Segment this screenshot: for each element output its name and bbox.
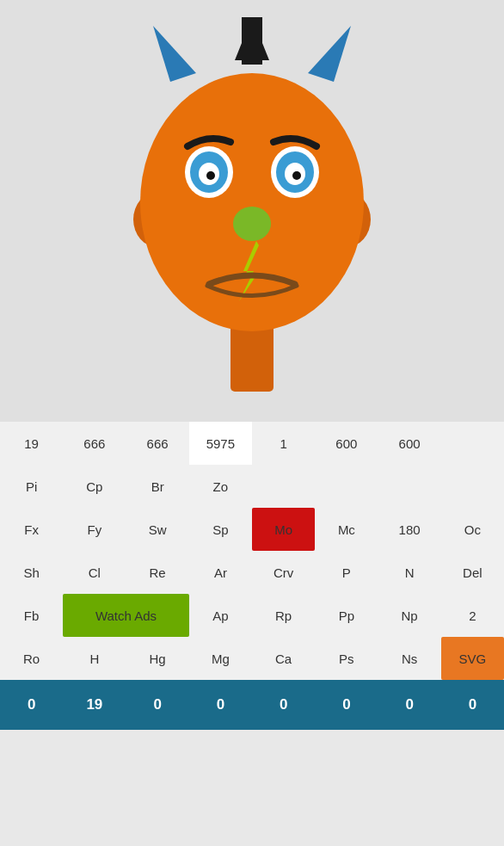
cell-600a: 600	[315, 422, 378, 465]
cell-sw: Sw	[126, 508, 189, 551]
bottom-cell-3: 0	[189, 680, 252, 730]
cell-svg[interactable]: SVG	[441, 637, 504, 680]
cell-fb: Fb	[0, 594, 63, 637]
grid-area: 19 666 666 5975 1 600 600 Pi Cp Br Zo Fx…	[0, 422, 504, 730]
cell-666b: 666	[126, 422, 189, 465]
cell-ro: Ro	[0, 637, 63, 680]
cell-cp: Cp	[63, 465, 126, 508]
cell-rp: Rp	[252, 594, 315, 637]
cell-fx: Fx	[0, 508, 63, 551]
table-row: Fb Watch Ads Ap Rp Pp Np 2	[0, 594, 504, 637]
cell-empty3	[378, 465, 441, 508]
cell-666a: 666	[63, 422, 126, 465]
svg-point-15	[292, 171, 301, 180]
cell-empty1	[252, 465, 315, 508]
cell-pp: Pp	[315, 594, 378, 637]
cell-p: P	[315, 551, 378, 594]
svg-rect-0	[230, 323, 274, 392]
bottom-cell-19: 19	[63, 680, 126, 730]
cell-h: H	[63, 637, 126, 680]
table-row: Pi Cp Br Zo	[0, 465, 504, 508]
cell-mg: Mg	[189, 637, 252, 680]
cell-br: Br	[126, 465, 189, 508]
svg-marker-5	[308, 26, 351, 82]
cell-del: Del	[441, 551, 504, 594]
svg-marker-4	[153, 26, 196, 82]
bottom-cell-7: 0	[441, 680, 504, 730]
bottom-bar-row: 0 19 0 0 0 0 0 0	[0, 680, 504, 730]
table-row: Ro H Hg Mg Ca Ps Ns SVG	[0, 637, 504, 680]
cell-sh: Sh	[0, 551, 63, 594]
character-svg	[106, 13, 398, 409]
watch-ads-button[interactable]: Watch Ads	[63, 594, 189, 637]
cell-19: 19	[0, 422, 63, 465]
svg-point-3	[140, 73, 364, 331]
cell-cl: Cl	[63, 551, 126, 594]
cell-ca: Ca	[252, 637, 315, 680]
cell-re: Re	[126, 551, 189, 594]
bottom-cell-0: 0	[0, 680, 63, 730]
cell-fy: Fy	[63, 508, 126, 551]
cell-pi: Pi	[0, 465, 63, 508]
cell-180: 180	[378, 508, 441, 551]
table-row: 19 666 666 5975 1 600 600	[0, 422, 504, 465]
cell-sp: Sp	[189, 508, 252, 551]
cell-hg: Hg	[126, 637, 189, 680]
bottom-cell-5: 0	[315, 680, 378, 730]
cell-score: 5975	[189, 422, 252, 465]
cell-zo: Zo	[189, 465, 252, 508]
cell-ap: Ap	[189, 594, 252, 637]
cell-ps: Ps	[315, 637, 378, 680]
character-area	[0, 0, 504, 422]
cell-n: N	[378, 551, 441, 594]
bottom-cell-4: 0	[252, 680, 315, 730]
cell-crv: Crv	[252, 551, 315, 594]
bottom-cell-6: 0	[378, 680, 441, 730]
cell-empty2	[315, 465, 378, 508]
bottom-cell-2: 0	[126, 680, 189, 730]
cell-oc: Oc	[441, 508, 504, 551]
svg-point-16	[233, 207, 271, 241]
svg-point-13	[206, 171, 215, 180]
table-row: Sh Cl Re Ar Crv P N Del	[0, 551, 504, 594]
cell-600b: 600	[378, 422, 441, 465]
cell-mc: Mc	[315, 508, 378, 551]
cell-np: Np	[378, 594, 441, 637]
cell-2: 2	[441, 594, 504, 637]
cell-mo: Mo	[252, 508, 315, 551]
cell-ar: Ar	[189, 551, 252, 594]
table-row: Fx Fy Sw Sp Mo Mc 180 Oc	[0, 508, 504, 551]
stats-grid: 19 666 666 5975 1 600 600 Pi Cp Br Zo Fx…	[0, 422, 504, 730]
cell-1: 1	[252, 422, 315, 465]
cell-ns: Ns	[378, 637, 441, 680]
svg-rect-7	[242, 17, 262, 65]
